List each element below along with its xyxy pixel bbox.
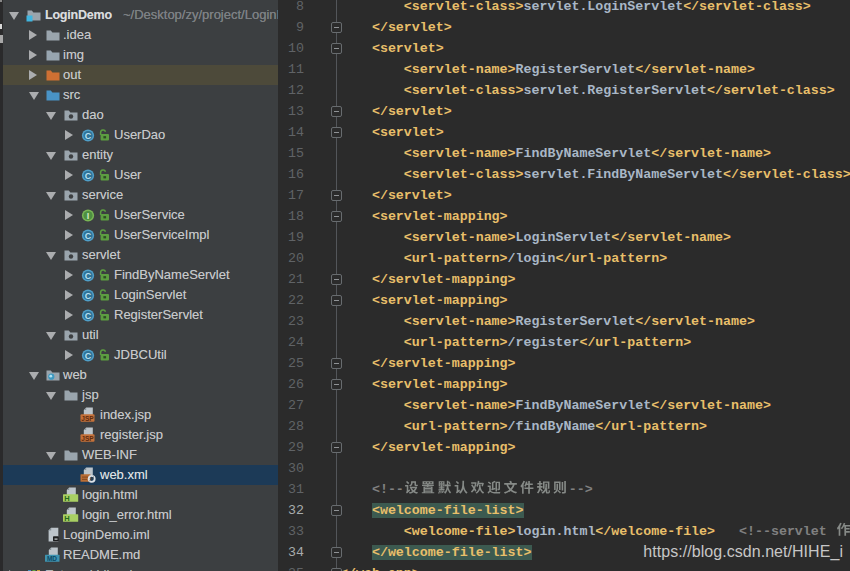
svg-text:I: I (86, 211, 89, 221)
svg-text:C: C (84, 351, 91, 361)
svg-text:H: H (64, 514, 69, 523)
svg-text:JSP: JSP (81, 415, 94, 422)
svg-text:C: C (84, 291, 91, 301)
svg-text:JSP: JSP (81, 435, 94, 442)
svg-text:H: H (64, 494, 69, 503)
svg-text:C: C (84, 131, 91, 141)
svg-text:C: C (84, 271, 91, 281)
svg-text:C: C (84, 311, 91, 321)
svg-text:MD: MD (47, 555, 57, 562)
svg-text:C: C (84, 171, 91, 181)
svg-text:C: C (84, 231, 91, 241)
